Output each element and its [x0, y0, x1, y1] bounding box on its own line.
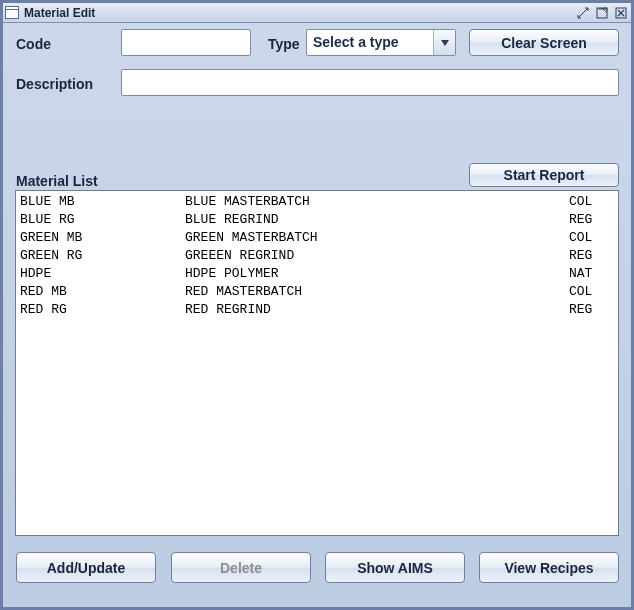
view-recipes-label: View Recipes — [504, 560, 593, 576]
description-input[interactable] — [121, 69, 619, 96]
list-item-desc: HDPE POLYMER — [185, 265, 569, 283]
start-report-label: Start Report — [504, 167, 585, 183]
add-update-label: Add/Update — [47, 560, 126, 576]
list-item-desc: BLUE REGRIND — [185, 211, 569, 229]
code-input[interactable] — [121, 29, 251, 56]
close-icon[interactable] — [613, 6, 629, 20]
material-list[interactable]: BLUE MBBLUE MASTERBATCHCOLBLUE RGBLUE RE… — [15, 190, 619, 536]
list-item-desc: RED REGRIND — [185, 301, 569, 319]
list-item-type: COL — [569, 283, 614, 301]
type-dropdown[interactable]: Select a type — [306, 29, 456, 56]
list-item-code: RED RG — [20, 301, 185, 319]
show-aims-button[interactable]: Show AIMS — [325, 552, 465, 583]
add-update-button[interactable]: Add/Update — [16, 552, 156, 583]
list-item-type: NAT — [569, 265, 614, 283]
list-item-desc: BLUE MASTERBATCH — [185, 193, 569, 211]
list-item[interactable]: HDPEHDPE POLYMERNAT — [20, 265, 614, 283]
list-item[interactable]: BLUE MBBLUE MASTERBATCHCOL — [20, 193, 614, 211]
content-area: Code Type Select a type Clear Screen Des… — [3, 23, 631, 607]
list-item[interactable]: RED MBRED MASTERBATCHCOL — [20, 283, 614, 301]
list-item[interactable]: RED RGRED REGRINDREG — [20, 301, 614, 319]
material-list-heading: Material List — [16, 173, 98, 189]
list-item-type: REG — [569, 301, 614, 319]
list-item-code: RED MB — [20, 283, 185, 301]
show-aims-label: Show AIMS — [357, 560, 433, 576]
list-item-desc: RED MASTERBATCH — [185, 283, 569, 301]
delete-button[interactable]: Delete — [171, 552, 311, 583]
clear-screen-button[interactable]: Clear Screen — [469, 29, 619, 56]
titlebar: Material Edit — [3, 3, 631, 23]
list-item-code: BLUE RG — [20, 211, 185, 229]
list-item-code: GREEN MB — [20, 229, 185, 247]
list-item-type: COL — [569, 193, 614, 211]
clear-screen-label: Clear Screen — [501, 35, 587, 51]
list-item-type: REG — [569, 211, 614, 229]
maximize-icon[interactable] — [594, 6, 610, 20]
list-item-type: COL — [569, 229, 614, 247]
list-item[interactable]: GREEN MBGREEN MASTERBATCHCOL — [20, 229, 614, 247]
start-report-button[interactable]: Start Report — [469, 163, 619, 187]
list-item[interactable]: BLUE RGBLUE REGRINDREG — [20, 211, 614, 229]
list-item-type: REG — [569, 247, 614, 265]
list-item-code: HDPE — [20, 265, 185, 283]
material-edit-window: Material Edit Code Type Select a type Cl… — [0, 0, 634, 610]
dropdown-arrow-icon[interactable] — [433, 30, 455, 55]
window-icon — [5, 6, 19, 19]
type-selected: Select a type — [307, 30, 433, 55]
list-item-code: BLUE MB — [20, 193, 185, 211]
code-label: Code — [16, 36, 51, 52]
description-label: Description — [16, 76, 93, 92]
view-recipes-button[interactable]: View Recipes — [479, 552, 619, 583]
type-label: Type — [268, 36, 300, 52]
minimize-icon[interactable] — [575, 6, 591, 20]
list-item[interactable]: GREEN RGGREEEN REGRINDREG — [20, 247, 614, 265]
window-title: Material Edit — [24, 6, 572, 20]
list-item-code: GREEN RG — [20, 247, 185, 265]
list-item-desc: GREEN MASTERBATCH — [185, 229, 569, 247]
list-item-desc: GREEEN REGRIND — [185, 247, 569, 265]
delete-label: Delete — [220, 560, 262, 576]
